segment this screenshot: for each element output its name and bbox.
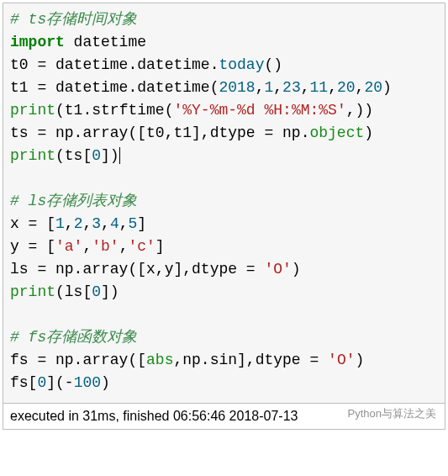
code-text: x = [ bbox=[10, 215, 55, 232]
code-editor[interactable]: # ts存储时间对象 import datetime t0 = datetime… bbox=[3, 3, 445, 404]
code-text: ,)) bbox=[346, 102, 373, 119]
func-today: today bbox=[219, 56, 264, 73]
comment-line: # fs存储函数对象 bbox=[10, 329, 137, 346]
number: 11 bbox=[310, 79, 329, 96]
string-literal: 'O' bbox=[264, 261, 291, 278]
code-text: ) bbox=[364, 124, 373, 141]
code-text: ] bbox=[137, 215, 146, 232]
code-text: (t1.strftime( bbox=[55, 102, 173, 119]
string-literal: 'b' bbox=[92, 238, 119, 255]
code-text: ) bbox=[292, 261, 301, 278]
text-cursor bbox=[119, 147, 120, 164]
keyword-import: import bbox=[10, 34, 65, 50]
number: 2 bbox=[74, 215, 83, 232]
number: 4 bbox=[110, 215, 119, 232]
func-print: print bbox=[10, 283, 55, 300]
minus: - bbox=[65, 374, 74, 391]
string-literal: '%Y-%m-%d %H:%M:%S' bbox=[173, 102, 345, 119]
code-text: fs[ bbox=[10, 374, 37, 391]
attr-object: object bbox=[309, 124, 364, 141]
execution-status: executed in 31ms, finished 06:56:46 2018… bbox=[3, 404, 445, 429]
string-literal: 'O' bbox=[328, 352, 355, 368]
number: 23 bbox=[282, 79, 301, 96]
code-text: ) bbox=[382, 79, 392, 96]
code-text: y = [ bbox=[10, 238, 55, 255]
code-text: ) bbox=[101, 374, 110, 391]
code-text: t1 = datetime.datetime( bbox=[10, 79, 219, 96]
code-text: fs = np.array([ bbox=[10, 352, 146, 368]
number: 1 bbox=[55, 215, 65, 232]
number: 100 bbox=[74, 374, 101, 391]
func-abs: abs bbox=[146, 352, 173, 368]
number: 2018 bbox=[219, 79, 255, 96]
number: 0 bbox=[37, 374, 46, 391]
code-text: ]) bbox=[101, 147, 119, 164]
string-literal: 'c' bbox=[128, 238, 155, 255]
number: 0 bbox=[92, 283, 101, 300]
code-text: ls = np.array([x,y],dtype = bbox=[10, 261, 264, 278]
code-text: ,np.sin],dtype = bbox=[173, 352, 328, 368]
code-text: () bbox=[264, 56, 282, 73]
code-text: ) bbox=[355, 352, 364, 368]
notebook-cell: # ts存储时间对象 import datetime t0 = datetime… bbox=[3, 3, 445, 430]
comment-line: # ts存储时间对象 bbox=[10, 11, 137, 28]
code-text: (ls[ bbox=[55, 283, 92, 300]
number: 1 bbox=[264, 79, 273, 96]
string-literal: 'a' bbox=[55, 238, 82, 255]
number: 20 bbox=[337, 79, 356, 96]
number: 20 bbox=[364, 79, 382, 96]
code-text: t0 = datetime.datetime. bbox=[10, 56, 219, 73]
number: 0 bbox=[92, 147, 101, 164]
func-print: print bbox=[10, 147, 55, 164]
code-text: ]( bbox=[46, 374, 65, 391]
code-text: ts = np.array([t0,t1],dtype = np. bbox=[10, 124, 309, 141]
func-print: print bbox=[10, 102, 55, 119]
module-name: datetime bbox=[65, 34, 146, 50]
number: 5 bbox=[129, 215, 138, 232]
code-text: ] bbox=[155, 238, 165, 255]
comment-line: # ls存储列表对象 bbox=[10, 193, 137, 209]
number: 3 bbox=[92, 215, 101, 232]
code-text: (ts[ bbox=[55, 147, 92, 164]
code-text: ]) bbox=[101, 283, 119, 300]
